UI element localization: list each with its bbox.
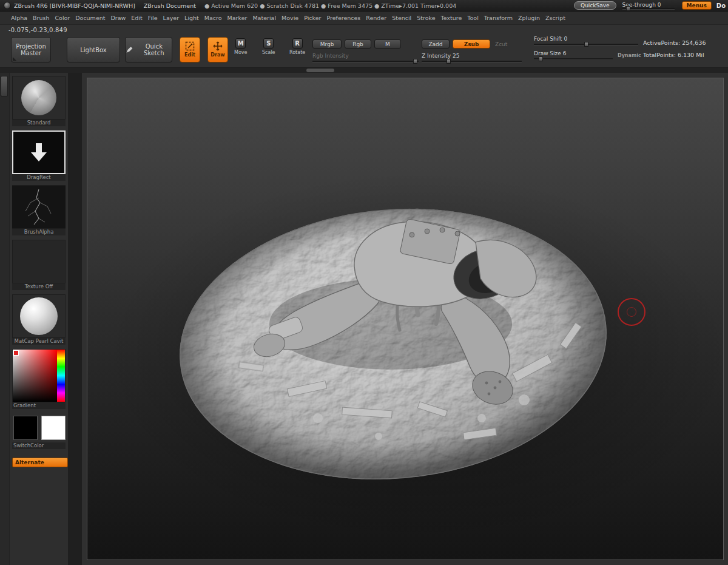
see-through-track[interactable] [622,8,675,10]
active-points-readout: ActivePoints: 254,636 [643,39,706,46]
titlebar: ZBrush 4R6 [BIVR-MIBF-QQJA-NIMI-NRWH] ZB… [0,0,728,12]
menu-item-zscript[interactable]: Zscript [545,15,565,21]
menus-button[interactable]: Menus [682,1,712,10]
menu-item-light[interactable]: Light [184,15,199,21]
focal-shift-handle[interactable] [584,42,588,47]
see-through-handle[interactable] [626,6,630,11]
zadd-button[interactable]: Zadd [422,39,450,49]
texture-selector[interactable]: Texture Off [12,240,68,290]
rgb-button[interactable]: Rgb [345,39,371,49]
move-label: Move [234,50,247,55]
dynamic-toggle[interactable]: Dynamic [618,53,641,58]
alpha-label: BrushAlpha [12,229,66,235]
rgb-intensity-track[interactable] [312,61,419,63]
rotate-label: Rotate [289,50,305,55]
switch-color-control[interactable] [12,413,68,440]
crack-alpha-icon [12,186,66,228]
tray-handle[interactable] [1,76,8,96]
coordinates-readout: -0.075,-0.23,0.849 [8,27,67,33]
lightbox-button[interactable]: LightBox [67,37,120,63]
edit-label: Edit [184,52,195,58]
stroke-selector[interactable]: DragRect [12,130,68,181]
focal-shift-track[interactable] [534,44,638,46]
menu-item-zplugin[interactable]: Zplugin [518,15,540,21]
menu-item-texture[interactable]: Texture [441,15,462,21]
see-through-slider[interactable]: See-through 0 [622,2,675,10]
menu-item-alpha[interactable]: Alpha [11,15,27,21]
menu-item-picker[interactable]: Picker [304,15,321,21]
menu-item-transform[interactable]: Transform [484,15,513,21]
menu-item-layer[interactable]: Layer [163,15,180,21]
menu-item-color[interactable]: Color [55,15,70,21]
clipped-edge-label: Do [716,2,726,9]
hue-strip[interactable] [57,350,65,402]
document-canvas[interactable] [87,78,724,560]
menu-item-stencil[interactable]: Stencil [392,15,411,21]
menu-item-stroke[interactable]: Stroke [417,15,435,21]
menu-item-preferences[interactable]: Preferences [326,15,360,21]
menu-item-material[interactable]: Material [252,15,276,21]
zcut-button[interactable]: Zcut [495,41,507,47]
brush-selector[interactable]: Standard [12,76,68,126]
rgb-intensity-slider[interactable]: Rgb Intensity [312,53,419,63]
brush-cursor-center [627,307,636,317]
canvas-gutter [68,73,82,565]
move-icon: M [235,38,246,49]
alternate-button[interactable]: Alternate [12,458,68,467]
focal-shift-slider[interactable]: Focal Shift 0 [534,36,638,46]
texture-thumbnail[interactable] [12,240,66,283]
menu-item-macro[interactable]: Macro [204,15,222,21]
menu-item-movie[interactable]: Movie [281,15,298,21]
left-tray-edge [0,73,10,565]
menu-item-file[interactable]: File [148,15,158,21]
saturation-value-square[interactable] [13,350,57,402]
color-picker-block: Gradient [12,349,68,409]
quicksave-button[interactable]: QuickSave [574,1,616,10]
quick-sketch-button[interactable]: Quick Sketch [125,37,172,63]
zsub-button[interactable]: Zsub [453,39,490,49]
material-selector[interactable]: MatCap Pearl Cavit [12,294,68,345]
menu-item-brush[interactable]: Brush [33,15,49,21]
draw-size-handle[interactable] [539,56,543,61]
secondary-color-swatch[interactable] [41,416,66,440]
menu-item-edit[interactable]: Edit [131,15,142,21]
m-button[interactable]: M [374,39,401,49]
z-intensity-track[interactable] [422,61,522,63]
brush-thumbnail[interactable] [12,76,66,120]
switch-color-label: SwitchColor [12,442,66,449]
draw-size-label: Draw Size 6 [534,50,613,57]
zbrush-logo-icon [4,2,11,9]
horizontal-scrollbar[interactable] [0,67,728,73]
stroke-thumbnail[interactable] [12,130,66,174]
main-area: Standard DragRect BrushAlpha Texture Off [0,73,728,565]
z-intensity-slider[interactable]: Z Intensity 25 [422,53,522,63]
canvas-frame [82,73,728,565]
menu-item-tool[interactable]: Tool [467,15,478,21]
main-color-swatch[interactable] [13,416,38,440]
material-label: MatCap Pearl Cavit [12,338,66,345]
scale-button[interactable]: S Scale [262,38,275,55]
color-picker[interactable] [12,349,66,402]
z-intensity-handle[interactable] [447,59,451,64]
menu-item-draw[interactable]: Draw [110,15,126,21]
rgb-intensity-handle[interactable] [413,59,417,64]
draw-button[interactable]: Draw [207,37,228,63]
mrgb-button[interactable]: Mrgb [312,39,342,49]
edit-marquee-icon [185,41,195,51]
menu-item-document[interactable]: Document [75,15,105,21]
menu-item-render[interactable]: Render [366,15,386,21]
draw-size-track[interactable] [534,58,613,60]
move-button[interactable]: M Move [234,38,247,55]
material-thumbnail[interactable] [12,294,66,338]
scale-icon: S [263,38,274,49]
draw-size-slider[interactable]: Draw Size 6 [534,50,613,60]
memory-stats: ● Active Mem 620 ● Scratch Disk 4781 ● F… [204,2,456,9]
projection-master-button[interactable]: Projection Master [11,37,51,63]
rotate-button[interactable]: R Rotate [289,38,305,55]
menu-item-marker[interactable]: Marker [228,15,248,21]
dragrect-arrow-icon [36,143,42,152]
edit-button[interactable]: Edit [180,37,200,63]
alpha-selector[interactable]: BrushAlpha [12,185,68,235]
scrollbar-thumb[interactable] [306,69,334,72]
alpha-thumbnail[interactable] [12,185,66,229]
